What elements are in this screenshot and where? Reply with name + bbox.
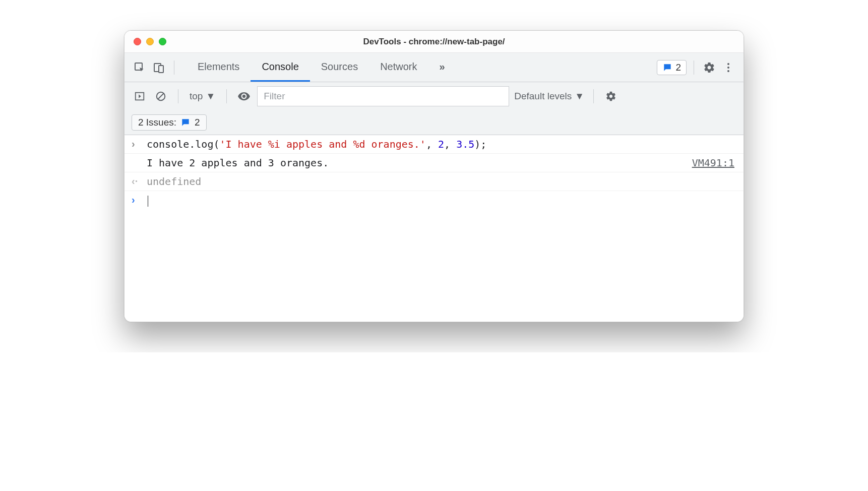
issues-label: 2 Issues: (138, 117, 176, 128)
svg-rect-2 (159, 66, 163, 73)
tab-overflow[interactable]: » (428, 53, 456, 82)
divider (593, 89, 594, 103)
panel-tabs: Elements Console Sources Network » (187, 53, 456, 82)
traffic-lights (125, 38, 166, 45)
log-levels-selector[interactable]: Default levels ▼ (514, 91, 584, 102)
issues-icon (662, 63, 672, 73)
console-prompt-line[interactable]: › (125, 191, 743, 210)
return-value: undefined (147, 175, 736, 188)
tab-console[interactable]: Console (251, 53, 309, 82)
console-output-line: I have 2 apples and 3 oranges. VM491:1 (125, 154, 743, 172)
clear-console-icon[interactable] (153, 88, 169, 104)
filter-input[interactable] (257, 86, 509, 106)
divider (226, 89, 227, 103)
titlebar: DevTools - chrome://new-tab-page/ (125, 31, 743, 53)
console-return-line: ‹· undefined (125, 172, 743, 191)
inspect-element-icon[interactable] (132, 59, 148, 76)
output-text: I have 2 apples and 3 oranges. (147, 157, 686, 169)
divider (178, 89, 178, 103)
more-menu-icon[interactable] (720, 59, 736, 76)
issues-icon (180, 117, 191, 128)
settings-icon[interactable] (701, 59, 717, 76)
console-toolbar: top ▼ Default levels ▼ 2 Issues: (125, 82, 743, 135)
live-expression-icon[interactable] (236, 88, 252, 104)
window-title: DevTools - chrome://new-tab-page/ (125, 37, 743, 47)
devtools-window: DevTools - chrome://new-tab-page/ Elemen… (124, 30, 744, 322)
main-tabbar: Elements Console Sources Network » 2 (125, 53, 743, 82)
console-input-line: › console.log('I have %i apples and %d o… (125, 135, 743, 154)
return-marker-icon: ‹· (132, 175, 141, 187)
chevron-down-icon: ▼ (206, 91, 215, 102)
issues-badge-count: 2 (675, 62, 681, 73)
levels-label: Default levels (514, 91, 572, 102)
output-marker (132, 157, 141, 168)
tab-sources[interactable]: Sources (310, 53, 369, 82)
console-settings-icon[interactable] (603, 88, 619, 104)
execution-context-selector[interactable]: top ▼ (188, 90, 217, 103)
console-code[interactable]: console.log('I have %i apples and %d ora… (147, 138, 736, 150)
context-label: top (190, 91, 203, 102)
source-link[interactable]: VM491:1 (692, 157, 736, 169)
toggle-sidebar-icon[interactable] (132, 88, 148, 104)
tab-elements[interactable]: Elements (187, 53, 251, 82)
minimize-window-button[interactable] (146, 38, 154, 45)
console-prompt-input[interactable] (147, 194, 736, 207)
issues-count: 2 (195, 117, 200, 128)
svg-point-5 (727, 70, 729, 72)
issues-badge[interactable]: 2 (657, 60, 687, 75)
issues-summary[interactable]: 2 Issues: 2 (132, 114, 207, 131)
svg-point-3 (727, 63, 729, 65)
console-output: › console.log('I have %i apples and %d o… (125, 135, 743, 322)
svg-line-8 (158, 94, 164, 99)
divider (694, 60, 694, 75)
input-marker-icon: › (132, 138, 141, 150)
tab-network[interactable]: Network (369, 53, 428, 82)
maximize-window-button[interactable] (159, 38, 166, 45)
device-toolbar-icon[interactable] (151, 59, 167, 76)
chevron-down-icon: ▼ (575, 91, 584, 102)
text-cursor (148, 196, 148, 207)
close-window-button[interactable] (134, 38, 141, 45)
divider (174, 60, 174, 75)
svg-point-4 (727, 67, 729, 69)
prompt-marker-icon: › (132, 194, 141, 206)
